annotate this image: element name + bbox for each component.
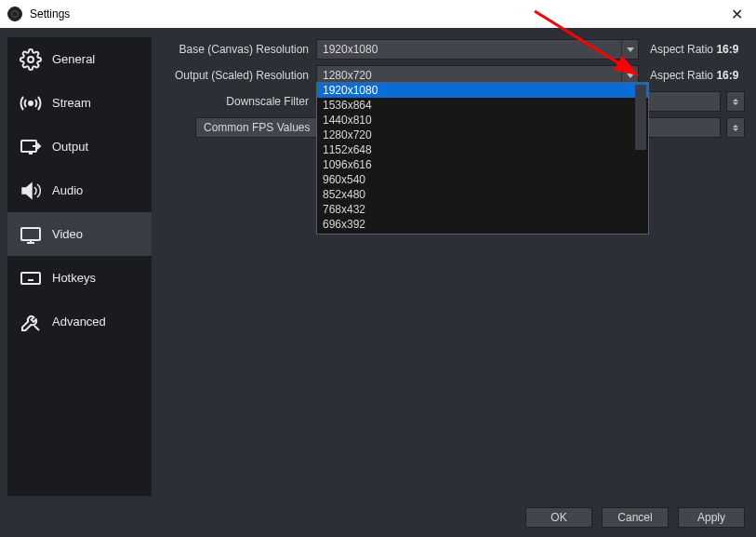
dropdown-option[interactable]: 696x392: [317, 217, 648, 232]
sidebar-item-label: General: [52, 52, 95, 66]
sidebar-item-video[interactable]: Video: [7, 212, 152, 256]
sidebar-item-label: Hotkeys: [52, 271, 96, 285]
sidebar-item-label: Audio: [52, 183, 83, 197]
dialog-buttons: OK Cancel Apply: [525, 507, 745, 528]
output-aspect-ratio: Aspect Ratio 16:9: [644, 69, 745, 82]
chevron-down-icon[interactable]: [621, 40, 638, 59]
fps-mode-button[interactable]: Common FPS Values: [195, 117, 332, 138]
obs-logo-icon: [7, 7, 22, 21]
cancel-button[interactable]: Cancel: [602, 507, 669, 528]
output-resolution-dropdown[interactable]: 1920x1080 1536x864 1440x810 1280x720 115…: [316, 82, 649, 235]
dropdown-option[interactable]: 768x432: [317, 202, 648, 217]
dropdown-option[interactable]: 1920x1080: [317, 83, 648, 98]
base-resolution-value: 1920x1080: [323, 43, 632, 56]
sidebar-item-label: Output: [52, 140, 88, 154]
downscale-filter-label: Downscale Filter: [160, 95, 316, 108]
output-resolution-value: 1280x720: [323, 69, 632, 82]
sidebar-item-audio[interactable]: Audio: [7, 168, 152, 212]
sidebar-item-general[interactable]: General: [7, 37, 152, 81]
keyboard-icon: [19, 266, 43, 290]
dropdown-option[interactable]: 1536x864: [317, 98, 648, 113]
dropdown-option[interactable]: 1440x810: [317, 113, 648, 128]
titlebar: Settings ✕: [0, 0, 756, 28]
base-aspect-ratio: Aspect Ratio 16:9: [644, 43, 745, 56]
base-resolution-combobox[interactable]: 1920x1080: [316, 39, 639, 60]
window-title: Settings: [30, 7, 70, 20]
video-icon: [19, 222, 43, 247]
sidebar-item-label: Stream: [52, 96, 91, 110]
tools-icon: [19, 310, 43, 334]
chevron-down-icon: [733, 128, 738, 131]
sidebar-item-advanced[interactable]: Advanced: [7, 300, 152, 343]
svg-rect-3: [21, 228, 40, 240]
output-icon: [19, 135, 43, 159]
sidebar-item-output[interactable]: Output: [7, 125, 152, 168]
sidebar-item-label: Advanced: [52, 315, 106, 329]
svg-rect-4: [21, 273, 40, 284]
ok-button[interactable]: OK: [525, 507, 592, 528]
svg-point-1: [29, 101, 33, 105]
dropdown-option[interactable]: 1280x720: [317, 128, 648, 142]
video-settings-panel: Base (Canvas) Resolution 1920x1080 Aspec…: [160, 37, 745, 496]
dropdown-option[interactable]: 1096x616: [317, 157, 648, 172]
sidebar: General Stream Output Audio Video: [7, 37, 152, 496]
sidebar-item-hotkeys[interactable]: Hotkeys: [7, 256, 152, 300]
close-icon[interactable]: ✕: [725, 6, 749, 23]
audio-icon: [19, 179, 43, 203]
sidebar-item-label: Video: [52, 227, 83, 241]
output-resolution-label: Output (Scaled) Resolution: [160, 69, 316, 82]
sidebar-item-stream[interactable]: Stream: [7, 81, 152, 125]
chevron-up-icon: [733, 125, 738, 128]
chevron-up-icon: [733, 99, 738, 101]
chevron-down-icon: [733, 102, 738, 105]
dropdown-option[interactable]: 960x540: [317, 172, 648, 187]
scrollbar[interactable]: [635, 85, 646, 150]
base-resolution-label: Base (Canvas) Resolution: [160, 43, 316, 56]
dropdown-option[interactable]: 852x480: [317, 187, 648, 202]
svg-point-0: [28, 57, 33, 62]
fps-spinner[interactable]: [726, 117, 745, 138]
apply-button[interactable]: Apply: [678, 507, 745, 528]
settings-window: General Stream Output Audio Video: [0, 28, 756, 537]
broadcast-icon: [19, 91, 43, 115]
gear-icon: [19, 47, 43, 72]
downscale-spinner[interactable]: [726, 91, 745, 112]
dropdown-option[interactable]: 1152x648: [317, 142, 648, 157]
fps-mode-label: Common FPS Values: [204, 121, 311, 134]
